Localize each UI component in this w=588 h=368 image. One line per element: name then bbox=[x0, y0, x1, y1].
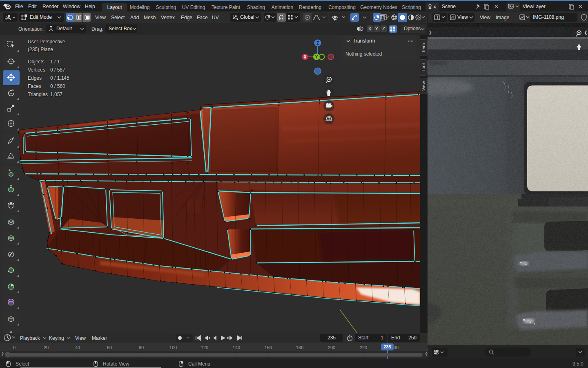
svg-text:X: X bbox=[304, 55, 307, 59]
svg-text:Z: Z bbox=[316, 41, 319, 45]
svg-text:Y: Y bbox=[315, 55, 318, 59]
